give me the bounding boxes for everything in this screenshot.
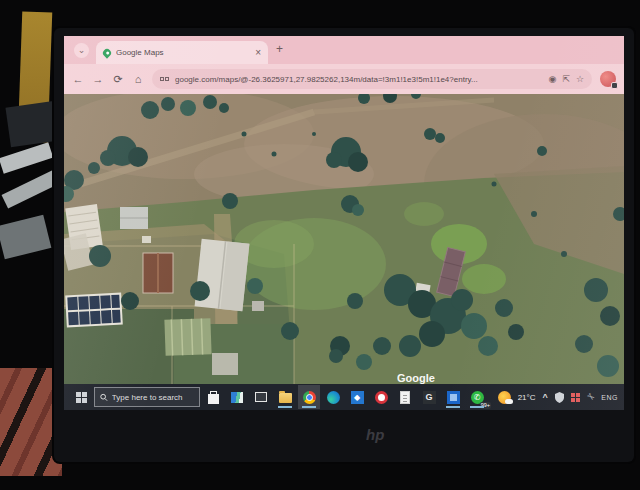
reload-icon[interactable]: ⟳ bbox=[112, 73, 124, 86]
profile-avatar[interactable] bbox=[600, 71, 616, 87]
satellite-imagery: Google bbox=[64, 94, 624, 384]
bookmark-star-icon[interactable]: ☆ bbox=[576, 74, 584, 84]
windows-logo-icon bbox=[76, 392, 87, 403]
whatsapp-badge: 99+ bbox=[480, 402, 491, 409]
site-info-icon[interactable] bbox=[160, 77, 169, 81]
background-object bbox=[5, 101, 60, 148]
background-paper bbox=[0, 142, 53, 173]
taskbar-item-g-app[interactable]: G bbox=[418, 385, 440, 409]
taskbar-item-blue-app[interactable] bbox=[442, 385, 464, 409]
taskbar-item-notepad[interactable] bbox=[394, 385, 416, 409]
background-paper bbox=[2, 170, 59, 208]
start-button[interactable] bbox=[70, 385, 92, 409]
screen: ⌄ Google Maps × + ← → ⟳ ⌂ google.com/map… bbox=[64, 36, 624, 410]
google-watermark: Google bbox=[397, 372, 435, 384]
hp-logo: hp bbox=[366, 426, 384, 443]
search-input[interactable] bbox=[112, 393, 194, 402]
taskbar-item-dropbox[interactable]: ◆ bbox=[346, 385, 368, 409]
forward-icon[interactable]: → bbox=[92, 73, 104, 85]
send-to-devices-icon[interactable]: ⇱ bbox=[562, 74, 570, 84]
browser-tab[interactable]: Google Maps × bbox=[96, 41, 268, 64]
defender-shield-icon[interactable] bbox=[555, 392, 564, 403]
browser-toolbar: ← → ⟳ ⌂ google.com/maps/@-26.3625971,27.… bbox=[64, 64, 624, 94]
blue-app-icon bbox=[447, 391, 460, 404]
map-viewport[interactable]: Google bbox=[64, 94, 624, 384]
edge-icon bbox=[327, 391, 340, 404]
opera-icon bbox=[375, 391, 388, 404]
taskbar-item-edge[interactable] bbox=[322, 385, 344, 409]
photos-icon bbox=[231, 392, 243, 403]
system-tray: 21°C ^ ✂ ENG bbox=[498, 391, 620, 404]
tab-search-chevron-icon[interactable]: ⌄ bbox=[74, 43, 89, 58]
back-icon[interactable]: ← bbox=[72, 73, 84, 85]
home-icon[interactable]: ⌂ bbox=[132, 73, 144, 85]
red-grid-app-icon[interactable] bbox=[571, 393, 580, 402]
url-text[interactable]: google.com/maps/@-26.3625971,27.9825262,… bbox=[175, 75, 543, 84]
location-icon[interactable]: ◉ bbox=[549, 74, 557, 84]
avatar-badge bbox=[611, 82, 618, 89]
taskbar-item-store[interactable] bbox=[202, 385, 224, 409]
taskbar-search[interactable] bbox=[94, 387, 200, 407]
dropbox-icon: ◆ bbox=[351, 391, 364, 404]
google-maps-pin-icon bbox=[101, 47, 112, 58]
new-tab-icon[interactable]: + bbox=[276, 42, 283, 56]
chair-fabric bbox=[0, 368, 62, 476]
address-bar[interactable]: google.com/maps/@-26.3625971,27.9825262,… bbox=[152, 69, 592, 89]
file-explorer-icon bbox=[279, 393, 292, 403]
tray-expand-icon[interactable]: ^ bbox=[543, 392, 548, 402]
taskbar-item-whatsapp[interactable]: ✆ 99+ bbox=[466, 385, 488, 409]
search-icon bbox=[100, 393, 108, 402]
task-view-button[interactable] bbox=[250, 385, 272, 409]
taskbar-item-opera[interactable] bbox=[370, 385, 392, 409]
windows-taskbar: ◆ G ✆ 99+ 21°C ^ ✂ ENG bbox=[64, 384, 624, 410]
browser-tab-strip: ⌄ Google Maps × + bbox=[64, 36, 624, 64]
tab-close-icon[interactable]: × bbox=[255, 47, 261, 58]
taskbar-item-file-explorer[interactable] bbox=[274, 385, 296, 409]
chrome-icon bbox=[303, 391, 316, 404]
weather-icon[interactable] bbox=[498, 391, 511, 404]
background-paper bbox=[0, 215, 51, 260]
g-app-icon: G bbox=[423, 391, 436, 404]
monitor-bezel: ⌄ Google Maps × + ← → ⟳ ⌂ google.com/map… bbox=[54, 28, 634, 462]
store-icon bbox=[208, 394, 219, 404]
tab-title: Google Maps bbox=[116, 48, 250, 57]
monitor-photo: ⌄ Google Maps × + ← → ⟳ ⌂ google.com/map… bbox=[0, 0, 640, 490]
notepad-icon bbox=[400, 391, 410, 404]
taskbar-item-photos[interactable] bbox=[226, 385, 248, 409]
clip-tool-icon[interactable]: ✂ bbox=[584, 391, 596, 404]
temperature-readout[interactable]: 21°C bbox=[518, 393, 536, 402]
task-view-icon bbox=[255, 392, 267, 402]
language-indicator[interactable]: ENG bbox=[601, 394, 618, 401]
taskbar-item-chrome[interactable] bbox=[298, 385, 320, 409]
